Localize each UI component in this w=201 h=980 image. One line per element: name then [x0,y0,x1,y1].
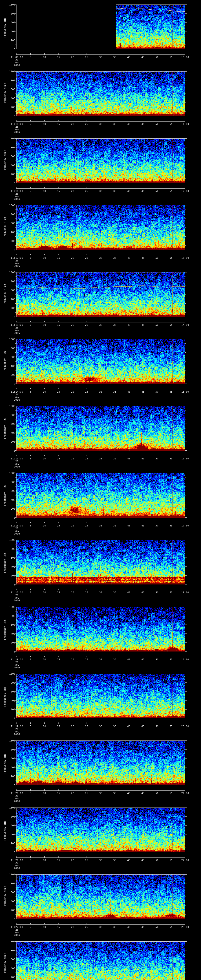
panel-end-time: 22:00 [181,859,189,861]
freq-tick-label: 400 [4,231,15,233]
y-axis-title: Frequency (Hz) [3,685,6,707]
freq-tick-label: 1000 [4,940,15,943]
minute-tick-label: 45 [141,792,145,794]
panel-end-time: 11:00 [181,123,189,125]
spectrogram-panel-11: Frequency (Hz)10008006004002000510152025… [0,138,201,205]
date-label: 2016 [14,64,20,67]
freq-tick-label: 400 [4,298,15,300]
panel-start-time: 11:17:00 [11,591,23,594]
freq-tick-label: 1000 [4,405,15,407]
minute-tick-label: 25 [85,524,88,527]
date-label: 2016 [14,532,20,535]
freq-tick-label: 0 [4,249,15,251]
minute-tick-label: 5 [30,725,31,727]
freq-tick-label: 0 [4,583,15,586]
minute-tick-label: 30 [99,390,102,393]
minute-tick-label: 10 [43,926,46,928]
minute-tick-label: 55 [170,859,173,861]
minute-tick-label: 35 [113,457,116,460]
freq-tick-label: 400 [4,97,15,99]
minute-tick-label: 20 [71,190,74,192]
minute-tick-label: 25 [85,324,88,326]
minute-tick-label: 45 [141,524,145,527]
y-axis-title: Frequency (Hz) [3,417,6,439]
y-axis-title: Frequency (Hz) [3,150,6,172]
date-label: 26 [15,259,18,262]
date-label: 2016 [14,198,20,200]
minute-tick-label: 30 [99,457,102,460]
spectrogram-stack: Frequency (Hz)10008006004002000510152025… [0,0,201,980]
minute-tick-label: 55 [170,390,173,393]
minute-tick-label: 30 [99,324,102,326]
freq-tick-label: 400 [4,766,15,768]
minute-tick-label: 45 [141,324,145,326]
freq-tick-label: 1000 [4,137,15,140]
panel-end-time: 13:00 [181,256,189,259]
minute-tick-label: 45 [141,190,145,192]
freq-tick-label: 200 [4,842,15,845]
minute-tick-label: 20 [71,324,74,326]
spectrogram-canvas-21 [0,808,201,874]
minute-tick-label: 35 [113,725,116,727]
minute-tick-label: 15 [57,859,60,861]
freq-tick-label: 1000 [4,673,15,675]
spectrogram-canvas-18 [0,607,201,674]
freq-tick-label: 1000 [4,70,15,73]
y-axis-title: Frequency (Hz) [3,886,6,907]
freq-tick-label: 200 [4,106,15,108]
date-label: 2016 [14,265,20,267]
freq-tick-label: 200 [4,374,15,376]
panel-start-time: 11:11:00 [11,190,23,192]
minute-tick-label: 55 [170,725,173,727]
minute-tick-label: 5 [30,658,31,661]
freq-tick-label: 400 [4,900,15,902]
panel-end-time: 10:00 [181,56,189,59]
minute-tick-label: 25 [85,725,88,727]
minute-tick-label: 55 [170,524,173,527]
date-label: 26 [15,393,18,396]
panel-end-time: 12:00 [181,190,189,192]
minute-tick-label: 40 [128,859,131,861]
date-label: 2016 [14,800,20,802]
minute-tick-label: 15 [57,658,60,661]
minute-tick-label: 30 [99,56,102,59]
minute-tick-label: 40 [128,725,131,727]
minute-tick-label: 45 [141,725,145,727]
minute-tick-label: 55 [170,256,173,259]
minute-tick-label: 20 [71,591,74,594]
minute-tick-label: 35 [113,390,116,393]
freq-tick-label: 600 [4,557,15,559]
minute-tick-label: 25 [85,859,88,861]
minute-tick-label: 50 [155,792,159,794]
minute-tick-label: 30 [99,658,102,661]
spectrogram-panel-15: Frequency (Hz)10008006004002000510152025… [0,406,201,473]
spectrogram-panel-17: Frequency (Hz)10008006004002000510152025… [0,540,201,607]
spectrogram-panel-16: Frequency (Hz)10008006004002000510152025… [0,473,201,540]
freq-tick-label: 1000 [4,739,15,742]
date-label: Nov [14,195,19,197]
spectrogram-canvas-13 [0,272,201,339]
spectrogram-panel-18: Frequency (Hz)10008006004002000510152025… [0,607,201,674]
minute-tick-label: 10 [43,725,46,727]
panel-end-time: 19:00 [181,658,189,661]
freq-tick-label: 600 [4,423,15,425]
minute-tick-label: 15 [57,792,60,794]
freq-tick-label: 800 [4,79,15,81]
minute-tick-label: 25 [85,256,88,259]
freq-tick-label: 800 [4,681,15,684]
minute-tick-label: 40 [128,658,131,661]
minute-tick-label: 25 [85,457,88,460]
date-label: 26 [15,661,18,663]
y-axis-title: Frequency (Hz) [3,752,6,773]
minute-tick-label: 35 [113,56,116,59]
date-label: 26 [15,326,18,329]
date-label: Nov [14,530,19,532]
minute-tick-label: 20 [71,123,74,125]
freq-tick-label: 200 [4,441,15,443]
minute-tick-label: 5 [30,123,31,125]
freq-tick-label: 0 [4,182,15,185]
spectrogram-canvas-14 [0,339,201,406]
minute-tick-label: 5 [30,390,31,393]
minute-tick-label: 15 [57,591,60,594]
minute-tick-label: 35 [113,524,116,527]
